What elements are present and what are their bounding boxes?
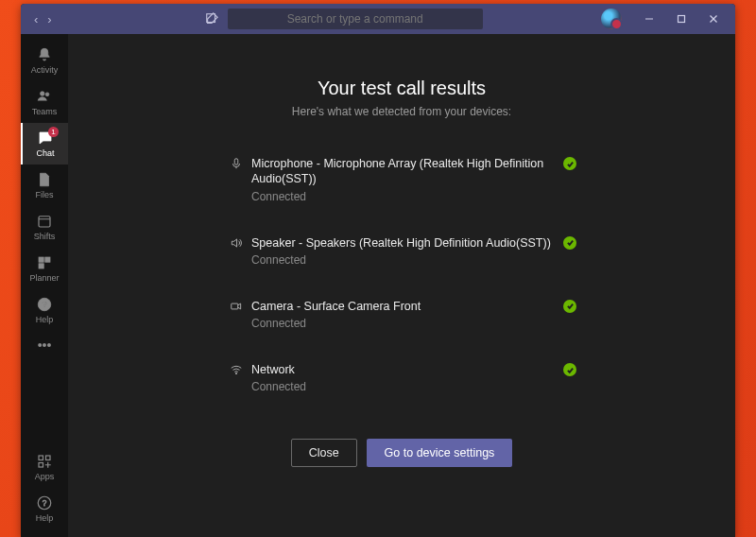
- svg-rect-7: [39, 217, 50, 227]
- device-name: Speaker - Speakers (Realtek High Definit…: [251, 235, 554, 251]
- svg-rect-11: [39, 264, 43, 268]
- svg-rect-9: [39, 257, 43, 262]
- sidebar-item-label: Apps: [35, 472, 55, 481]
- svg-rect-15: [46, 456, 51, 460]
- history-nav: ‹ ›: [26, 12, 60, 26]
- minimize-button[interactable]: [633, 4, 665, 34]
- page-subtitle: Here's what we detected from your device…: [292, 105, 511, 118]
- sidebar-item-label: Help: [36, 315, 54, 324]
- sidebar-item-planner[interactable]: Planner: [21, 248, 68, 289]
- device-row-speaker: Speaker - Speakers (Realtek High Definit…: [227, 235, 576, 267]
- sidebar-item-label: Help: [36, 513, 54, 523]
- device-results-list: Microphone - Microphone Array (Realtek H…: [227, 156, 576, 393]
- microphone-icon: [227, 156, 246, 170]
- device-row-camera: Camera - Surface Camera Front Connected: [227, 299, 576, 330]
- bell-icon: [36, 46, 53, 63]
- sidebar-item-help-top[interactable]: ? Help: [21, 289, 68, 331]
- device-name: Network: [251, 362, 554, 377]
- nav-back-button[interactable]: ‹: [34, 12, 38, 26]
- svg-rect-10: [45, 257, 50, 262]
- device-status: Connected: [251, 380, 554, 393]
- sidebar-item-label: Files: [35, 190, 53, 199]
- svg-point-6: [45, 93, 49, 96]
- page-title: Your test call results: [318, 78, 486, 99]
- shifts-icon: [36, 213, 53, 230]
- sidebar-item-label: Shifts: [34, 232, 56, 241]
- device-status: Connected: [251, 253, 554, 267]
- svg-text:?: ?: [42, 300, 46, 309]
- success-check-icon: [563, 300, 576, 313]
- app-window: ‹ › Activity: [21, 4, 735, 537]
- avatar[interactable]: [601, 9, 622, 29]
- device-status: Connected: [251, 190, 554, 203]
- compose-icon[interactable]: [205, 12, 218, 26]
- help-icon: ?: [36, 494, 53, 511]
- svg-rect-19: [234, 159, 238, 165]
- app-sidebar: Activity Teams Chat 1 Files: [21, 34, 68, 537]
- titlebar: ‹ ›: [21, 4, 735, 34]
- maximize-button[interactable]: [665, 4, 697, 34]
- device-status: Connected: [251, 317, 554, 330]
- close-button[interactable]: Close: [291, 439, 357, 467]
- planner-icon: [36, 254, 53, 271]
- svg-rect-14: [39, 456, 43, 460]
- sidebar-item-label: Planner: [29, 273, 59, 283]
- notification-badge: 1: [48, 127, 59, 137]
- sidebar-item-shifts[interactable]: Shifts: [21, 206, 68, 248]
- people-icon: [36, 88, 53, 105]
- network-icon: [227, 362, 246, 376]
- device-name: Camera - Surface Camera Front: [251, 299, 554, 314]
- camera-icon: [227, 299, 246, 313]
- help-icon: ?: [36, 296, 53, 313]
- device-row-microphone: Microphone - Microphone Array (Realtek H…: [227, 156, 576, 203]
- svg-text:?: ?: [43, 499, 47, 508]
- sidebar-item-help-bottom[interactable]: ? Help: [21, 488, 68, 529]
- ellipsis-icon: •••: [36, 337, 53, 354]
- success-check-icon: [563, 236, 576, 250]
- sidebar-item-teams[interactable]: Teams: [21, 81, 68, 123]
- file-icon: [36, 171, 53, 188]
- sidebar-item-activity[interactable]: Activity: [21, 40, 68, 81]
- apps-icon: [36, 453, 53, 470]
- svg-point-21: [235, 373, 236, 374]
- success-check-icon: [563, 157, 576, 170]
- svg-point-5: [41, 92, 45, 96]
- sidebar-item-label: Activity: [31, 65, 59, 75]
- dialog-buttons: Close Go to device settings: [291, 439, 513, 467]
- sidebar-more-button[interactable]: •••: [21, 331, 68, 359]
- sidebar-item-chat[interactable]: Chat 1: [21, 123, 68, 165]
- sidebar-item-apps[interactable]: Apps: [21, 446, 68, 488]
- main-panel: Your test call results Here's what we de…: [68, 34, 735, 537]
- close-window-button[interactable]: [697, 4, 730, 34]
- success-check-icon: [563, 363, 576, 376]
- sidebar-item-label: Teams: [32, 107, 58, 116]
- device-row-network: Network Connected: [227, 362, 576, 393]
- svg-rect-16: [39, 463, 43, 468]
- nav-forward-button[interactable]: ›: [47, 12, 51, 26]
- search-input[interactable]: [228, 9, 483, 29]
- svg-rect-20: [232, 303, 238, 309]
- go-to-device-settings-button[interactable]: Go to device settings: [367, 439, 513, 467]
- sidebar-item-label: Chat: [36, 148, 54, 158]
- device-name: Microphone - Microphone Array (Realtek H…: [251, 156, 554, 187]
- speaker-icon: [227, 235, 246, 250]
- window-controls: [633, 4, 730, 34]
- sidebar-item-files[interactable]: Files: [21, 165, 68, 206]
- svg-rect-2: [679, 16, 685, 23]
